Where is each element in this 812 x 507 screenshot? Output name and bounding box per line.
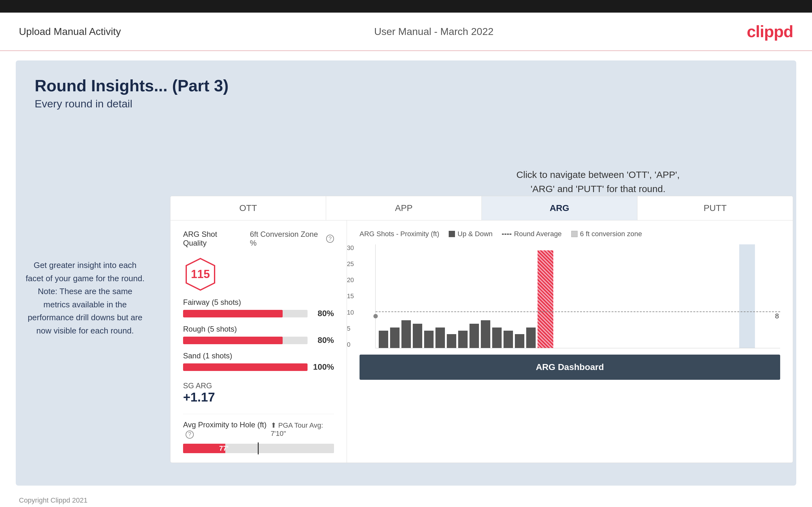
chart-bar-3	[401, 320, 411, 348]
bar-track-rough	[183, 337, 308, 344]
hexagon-value: 115	[191, 268, 210, 281]
bar-track-sand	[183, 363, 308, 371]
chart-bar-2	[390, 328, 400, 348]
logo: clippd	[747, 22, 793, 41]
bar-container-sand: 100%	[183, 362, 334, 372]
upload-label: Upload Manual Activity	[19, 26, 121, 38]
tab-ott[interactable]: OTT	[170, 196, 326, 220]
tab-app[interactable]: APP	[326, 196, 482, 220]
chart-bar-7	[447, 334, 456, 348]
right-panel-title: ARG Shots - Proximity (ft)	[359, 230, 439, 238]
chart-bar-last	[538, 250, 553, 348]
nav-instruction: Click to navigate between 'OTT', 'APP', …	[516, 168, 680, 196]
panel-header-title: ARG Shot Quality	[183, 230, 241, 247]
legend-box-up-down	[449, 231, 455, 237]
proximity-bar-track	[183, 444, 334, 453]
reference-line: 8	[375, 312, 780, 320]
question-icon: ?	[326, 235, 334, 243]
bar-fill-sand	[183, 363, 308, 371]
hexagon-container: 115	[183, 257, 334, 292]
dashboard-card: OTT APP ARG PUTT ARG Shot Quality 6ft Co…	[170, 196, 793, 463]
tab-arg[interactable]: ARG	[482, 196, 638, 220]
proximity-pga: ⬆ PGA Tour Avg: 7'10"	[271, 421, 334, 438]
shot-row-fairway: Fairway (5 shots) 80%	[183, 298, 334, 318]
chart-bar-1	[379, 331, 388, 348]
nav-instruction-line1: Click to navigate between 'OTT', 'APP',	[516, 168, 680, 182]
chart-bars	[375, 244, 780, 348]
shot-label-sand: Sand (1 shots)	[183, 351, 334, 360]
chart-bar-13	[515, 334, 524, 348]
bar-container-rough: 80%	[183, 335, 334, 345]
shot-row-rough: Rough (5 shots) 80%	[183, 325, 334, 345]
chart-bar-11	[492, 328, 502, 348]
bar-pct-rough: 80%	[312, 335, 334, 345]
proximity-label: Avg Proximity to Hole (ft) ?	[183, 420, 271, 439]
legend-6ft-zone: 6 ft conversion zone	[571, 230, 642, 238]
nav-instruction-line2: 'ARG' and 'PUTT' for that round.	[516, 182, 680, 196]
bar-pct-sand: 100%	[312, 362, 334, 372]
bar-pct-fairway: 80%	[312, 308, 334, 318]
proximity-section: Avg Proximity to Hole (ft) ? ⬆ PGA Tour …	[183, 414, 334, 453]
ref-dot	[373, 314, 378, 318]
chart-bar-10	[481, 320, 490, 348]
chart-bar-12	[504, 331, 513, 348]
bar-fill-fairway	[183, 310, 283, 318]
chart-bar-14	[526, 328, 536, 348]
chart-bar-5	[424, 331, 434, 348]
right-panel: ARG Shots - Proximity (ft) Up & Down Rou…	[347, 220, 793, 463]
chart-area: 8	[375, 244, 780, 348]
copyright: Copyright Clippd 2021	[19, 496, 88, 504]
y-axis: 30 25 20 15 10 5 0	[347, 244, 354, 348]
proximity-question-icon: ?	[186, 431, 194, 439]
arg-dashboard-button[interactable]: ARG Dashboard	[359, 354, 780, 380]
main-content: Round Insights... (Part 3) Every round i…	[16, 60, 796, 486]
legend-box-6ft	[571, 231, 577, 237]
panel-header-subtitle: 6ft Conversion Zone % ?	[250, 230, 334, 247]
proximity-cursor	[258, 442, 259, 454]
proximity-header: Avg Proximity to Hole (ft) ? ⬆ PGA Tour …	[183, 420, 334, 439]
right-panel-header: ARG Shots - Proximity (ft) Up & Down Rou…	[359, 230, 780, 238]
top-bar	[0, 0, 812, 13]
hexagon: 115	[183, 257, 218, 292]
legend-round-avg: Round Average	[502, 230, 561, 238]
chart-wrapper: 30 25 20 15 10 5 0	[359, 244, 780, 348]
panel-header: ARG Shot Quality 6ft Conversion Zone % ?	[183, 230, 334, 247]
shaded-column	[739, 244, 755, 348]
shot-row-sand: Sand (1 shots) 100%	[183, 351, 334, 372]
chart-bar-9	[469, 324, 479, 348]
left-panel: ARG Shot Quality 6ft Conversion Zone % ?…	[170, 220, 347, 463]
tab-putt[interactable]: PUTT	[638, 196, 793, 220]
bar-container-fairway: 80%	[183, 308, 334, 318]
sg-value: +1.17	[183, 390, 334, 404]
legend-dashed-line	[502, 234, 511, 235]
shot-label-fairway: Fairway (5 shots)	[183, 298, 334, 307]
sg-label: SG ARG	[183, 381, 334, 390]
header-center-label: User Manual - March 2022	[374, 26, 494, 38]
chart-bar-6	[436, 328, 445, 348]
header: Upload Manual Activity User Manual - Mar…	[0, 13, 812, 51]
ref-value: 8	[775, 312, 780, 320]
shot-label-rough: Rough (5 shots)	[183, 325, 334, 334]
legend-up-down: Up & Down	[449, 230, 493, 238]
side-note: Get greater insight into each facet of y…	[25, 259, 145, 338]
card-body: ARG Shot Quality 6ft Conversion Zone % ?…	[170, 220, 793, 463]
proximity-bar-fill	[183, 444, 225, 453]
bar-fill-rough	[183, 337, 283, 344]
shot-quality-bars: Fairway (5 shots) 80% Rough (5 shots)	[183, 298, 334, 372]
section-title: Round Insights... (Part 3)	[35, 76, 777, 95]
chart-bar-8	[458, 331, 468, 348]
chart-bar-4	[413, 324, 422, 348]
sg-section: SG ARG +1.17	[183, 381, 334, 404]
section-subtitle: Every round in detail	[35, 98, 777, 110]
bar-track-fairway	[183, 310, 308, 318]
tabs: OTT APP ARG PUTT	[170, 196, 793, 220]
